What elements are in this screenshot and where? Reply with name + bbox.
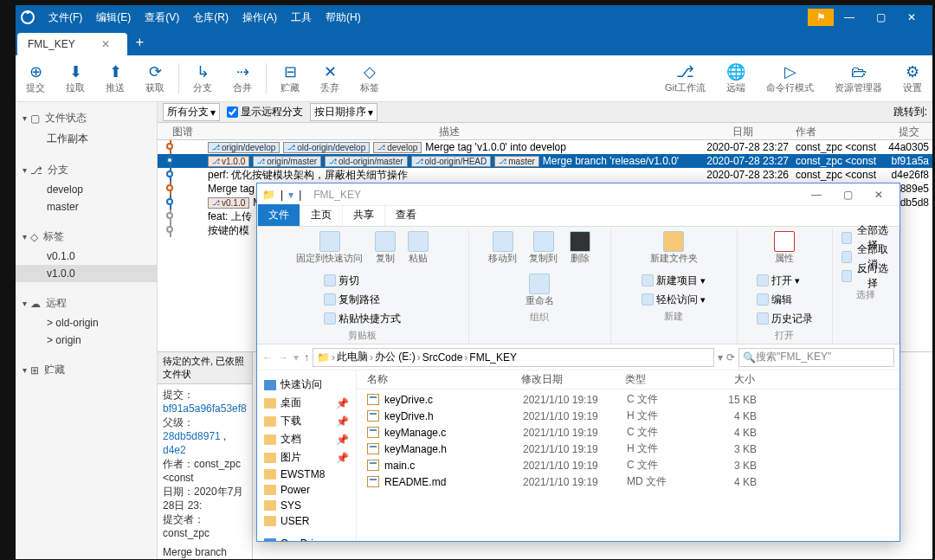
close-button[interactable]: ✕ xyxy=(896,5,927,29)
toolbar-设置[interactable]: ⚙设置 xyxy=(893,62,932,94)
cut-button[interactable]: 剪切 xyxy=(320,272,404,289)
maximize-button[interactable]: ▢ xyxy=(865,5,896,29)
ribbon-tab-文件[interactable]: 文件 xyxy=(257,204,300,226)
branch-tag[interactable]: ⎇v0.1.0 xyxy=(208,197,249,209)
exp-close-button[interactable]: ✕ xyxy=(863,183,894,207)
branch-tag[interactable]: ⎇old-origin/HEAD xyxy=(411,156,492,167)
ribbon-tab-查看[interactable]: 查看 xyxy=(384,204,427,226)
breadcrumb-segment[interactable]: FML_KEY xyxy=(469,351,517,364)
menu-item[interactable]: 编辑(E) xyxy=(89,10,138,25)
exp-minimize-button[interactable]: — xyxy=(801,183,832,207)
pin-to-quick-access-button[interactable]: 固定到快速访问 xyxy=(293,229,366,267)
sidebar-item[interactable]: v1.0.0 xyxy=(16,265,157,282)
col-type[interactable]: 类型 xyxy=(625,372,703,387)
rename-button[interactable]: 重命名 xyxy=(522,272,558,309)
sidebar-item[interactable]: 工作副本 xyxy=(16,129,157,149)
toolbar-分支[interactable]: ↳分支 xyxy=(183,62,222,94)
toolbar-Git工作流[interactable]: ⎇Git工作流 xyxy=(654,62,716,94)
col-date[interactable]: 修改日期 xyxy=(521,372,625,387)
tab-close-icon[interactable]: ✕ xyxy=(101,38,110,50)
file-row[interactable]: keyManage.h2021/1/10 19:19H 文件3 KB xyxy=(357,441,900,457)
invert-selection-button[interactable]: 反向选择 xyxy=(838,267,893,285)
notification-flag-icon[interactable]: ⚑ xyxy=(808,9,834,26)
back-button[interactable]: ← xyxy=(262,351,273,364)
nav-item-OneDrive[interactable]: OneDrive xyxy=(261,536,352,541)
exp-maximize-button[interactable]: ▢ xyxy=(832,183,863,207)
new-item-button[interactable]: 新建项目 ▾ xyxy=(638,272,709,289)
addr-dropdown-icon[interactable]: ▾ xyxy=(718,351,723,364)
file-row[interactable]: keyDrive.h2021/1/10 19:19H 文件4 KB xyxy=(357,408,900,424)
new-folder-button[interactable]: 新建文件夹 xyxy=(647,229,701,267)
menu-item[interactable]: 工具 xyxy=(284,10,319,25)
open-button[interactable]: 打开 ▾ xyxy=(753,272,816,289)
paste-button[interactable]: 粘贴 xyxy=(404,229,432,267)
sidebar-item[interactable]: > origin xyxy=(16,331,157,349)
toolbar-标签[interactable]: ◇标签 xyxy=(350,62,390,94)
menu-item[interactable]: 帮助(H) xyxy=(319,10,368,25)
branch-tag[interactable]: ⎇origin/master xyxy=(253,156,321,167)
nav-item-图片[interactable]: 图片📌 xyxy=(261,448,352,467)
sidebar-item[interactable]: > old-origin xyxy=(16,314,157,331)
ribbon-tab-共享[interactable]: 共享 xyxy=(342,204,384,226)
commit-row[interactable]: ⎇origin/develop⎇old-origin/develop⎇devel… xyxy=(158,140,932,154)
nav-item-EWSTM8[interactable]: EWSTM8 xyxy=(261,467,352,482)
sidebar-item[interactable]: develop xyxy=(16,181,157,198)
recent-button[interactable]: ▾ xyxy=(293,351,299,364)
col-size[interactable]: 大小 xyxy=(703,372,764,387)
branch-tag[interactable]: ⎇master xyxy=(494,156,539,167)
toolbar-推送[interactable]: ⬆推送 xyxy=(95,62,135,94)
breadcrumb-segment[interactable]: 此电脑 xyxy=(337,350,368,364)
properties-button[interactable]: 属性 xyxy=(771,229,798,267)
repo-tab[interactable]: FML_KEY ✕ xyxy=(17,33,127,55)
toolbar-贮藏[interactable]: ⊟贮藏 xyxy=(270,62,310,94)
paste-shortcut-button[interactable]: 粘贴快捷方式 xyxy=(320,310,404,327)
menu-item[interactable]: 文件(F) xyxy=(42,10,89,25)
forward-button[interactable]: → xyxy=(278,351,288,364)
move-to-button[interactable]: 移动到 xyxy=(485,229,520,267)
toolbar-命令行模式[interactable]: ▷命令行模式 xyxy=(756,62,824,94)
copy-path-button[interactable]: 复制路径 xyxy=(320,291,404,308)
ribbon-tab-主页[interactable]: 主页 xyxy=(300,204,342,226)
col-name[interactable]: 名称 xyxy=(357,372,521,387)
copy-to-button[interactable]: 复制到 xyxy=(526,229,561,267)
sidebar-item[interactable]: master xyxy=(16,198,157,216)
branch-tag[interactable]: ⎇develop xyxy=(373,142,422,153)
up-button[interactable]: ↑ xyxy=(304,351,309,364)
address-path[interactable]: 📁›此电脑›办公 (E:)›SrcCode›FML_KEY xyxy=(313,348,714,367)
copy-button[interactable]: 复制 xyxy=(371,229,399,267)
nav-item-文档[interactable]: 文档📌 xyxy=(261,430,352,448)
file-row[interactable]: README.md2021/1/10 19:19MD 文件4 KB xyxy=(357,473,900,490)
toolbar-拉取[interactable]: ⬇拉取 xyxy=(55,62,95,94)
side-group-远程[interactable]: ▾☁远程 xyxy=(16,293,157,314)
nav-item-Power[interactable]: Power xyxy=(261,482,352,498)
branch-tag[interactable]: ⎇origin/develop xyxy=(208,142,280,153)
branch-tag[interactable]: ⎇old-origin/master xyxy=(325,156,407,167)
toolbar-提交[interactable]: ⊕提交 xyxy=(16,62,55,94)
side-group-文件状态[interactable]: ▾▢文件状态 xyxy=(16,107,157,129)
side-group-贮藏[interactable]: ▾⊞贮藏 xyxy=(16,359,157,381)
sidebar-item[interactable]: v0.1.0 xyxy=(16,248,157,265)
nav-item-桌面[interactable]: 桌面📌 xyxy=(261,394,352,412)
file-row[interactable]: keyManage.c2021/1/10 19:19C 文件4 KB xyxy=(357,424,900,441)
nav-item-快速访问[interactable]: 快速访问 xyxy=(261,376,352,394)
breadcrumb-segment[interactable]: 办公 (E:) xyxy=(375,350,416,364)
menu-item[interactable]: 操作(A) xyxy=(235,10,284,25)
delete-button[interactable]: 删除 xyxy=(566,229,594,267)
commit-row[interactable]: ⎇v1.0.0⎇origin/master⎇old-origin/master⎇… xyxy=(158,154,932,168)
nav-item-下载[interactable]: 下载📌 xyxy=(261,412,352,430)
file-row[interactable]: keyDrive.c2021/1/10 19:19C 文件15 KB xyxy=(357,391,900,408)
commit-row[interactable]: perf: 优化按键模块架构，屏蔽相关细节操作2020-07-28 23:26c… xyxy=(158,168,932,182)
nav-item-USER[interactable]: USER xyxy=(261,513,352,529)
menu-item[interactable]: 仓库(R) xyxy=(186,10,235,25)
add-tab-button[interactable]: + xyxy=(127,29,152,55)
search-input[interactable]: 🔍 搜索"FML_KEY" xyxy=(738,348,894,367)
easy-access-button[interactable]: 轻松访问 ▾ xyxy=(638,291,709,308)
side-group-分支[interactable]: ▾⎇分支 xyxy=(16,159,157,181)
branch-filter-dropdown[interactable]: 所有分支▾ xyxy=(163,103,220,121)
toolbar-获取[interactable]: ⟳获取 xyxy=(135,62,175,94)
refresh-button[interactable]: ⟳ xyxy=(726,351,735,364)
branch-tag[interactable]: ⎇v1.0.0 xyxy=(208,156,249,167)
edit-button[interactable]: 编辑 xyxy=(753,291,816,308)
toolbar-合并[interactable]: ⇢合并 xyxy=(222,62,262,94)
breadcrumb-segment[interactable]: SrcCode xyxy=(422,351,463,364)
